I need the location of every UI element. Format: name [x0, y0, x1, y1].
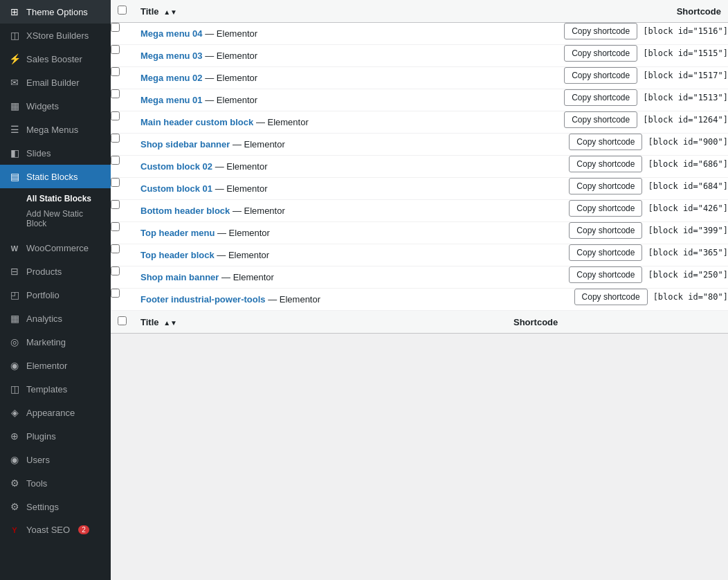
table-row: Shop main banner — ElementorEdit | Quick…	[111, 266, 728, 289]
copy-shortcode-button[interactable]: Copy shortcode	[564, 45, 637, 62]
row-title-link[interactable]: Custom block 02	[140, 161, 212, 172]
sidebar-item-label: Marketing	[26, 337, 66, 347]
row-checkbox-cell	[111, 89, 134, 111]
row-checkbox[interactable]	[111, 222, 120, 231]
sidebar-item-portfolio[interactable]: ◰ Portfolio	[0, 283, 111, 307]
sidebar-item-appearance[interactable]: ◈ Appearance	[0, 401, 111, 424]
row-shortcode-cell: Copy shortcode[block id="399"]	[507, 222, 728, 244]
static-blocks-icon: ▤	[8, 171, 21, 182]
sidebar-subitem-all-static-blocks[interactable]: All Static Blocks	[0, 191, 111, 206]
row-title-link[interactable]: Footer industrial-power-tools	[140, 294, 266, 305]
footer-title-col[interactable]: Title ▲▼	[134, 311, 507, 334]
row-title-link[interactable]: Top header menu	[140, 228, 215, 238]
sidebar-item-products[interactable]: ⊟ Products	[0, 260, 111, 283]
row-title-link[interactable]: Mega menu 01	[140, 95, 203, 105]
header-select-all-checkbox[interactable]	[118, 6, 127, 15]
sidebar-item-marketing[interactable]: ◎ Marketing	[0, 330, 111, 354]
row-checkbox[interactable]	[111, 67, 120, 76]
copy-shortcode-button[interactable]: Copy shortcode	[564, 67, 637, 84]
shortcode-value: [block id="80"]	[653, 292, 728, 302]
row-title-link[interactable]: Main header custom block	[140, 117, 253, 127]
row-checkbox[interactable]	[111, 200, 120, 209]
row-suffix: — Elementor	[230, 206, 284, 216]
sidebar-item-static-blocks[interactable]: ▤ Static Blocks	[0, 165, 111, 188]
sidebar-item-label: Mega Menus	[26, 125, 78, 135]
sidebar-item-xstore-builders[interactable]: ◫ XStore Builders	[0, 24, 111, 47]
templates-icon: ◫	[8, 383, 21, 395]
row-suffix: — Elementor	[203, 73, 257, 83]
row-title-link[interactable]: Top header block	[140, 250, 215, 260]
sidebar-item-theme-options[interactable]: ⊞ Theme Options	[0, 0, 111, 24]
row-checkbox[interactable]	[111, 134, 120, 143]
row-checkbox[interactable]	[111, 178, 120, 187]
copy-shortcode-button[interactable]: Copy shortcode	[569, 178, 642, 194]
sidebar-item-users[interactable]: ◉ Users	[0, 448, 111, 471]
row-checkbox[interactable]	[111, 289, 120, 298]
copy-shortcode-button[interactable]: Copy shortcode	[574, 289, 648, 305]
sidebar-subitem-add-new-static-block[interactable]: Add New Static Block	[0, 206, 111, 231]
copy-shortcode-button[interactable]: Copy shortcode	[569, 266, 642, 283]
header-checkbox-col	[111, 0, 134, 23]
sidebar-item-email-builder[interactable]: ✉ Email Builder	[0, 71, 111, 94]
content-area: Title ▲▼ Shortcode Mega menu 04 — Elemen…	[111, 0, 728, 334]
row-suffix: — Elementor	[266, 294, 320, 305]
row-suffix: — Elementor	[230, 139, 284, 149]
copy-shortcode-button[interactable]: Copy shortcode	[569, 200, 642, 217]
sidebar-item-slides[interactable]: ◧ Slides	[0, 141, 111, 165]
sidebar-item-templates[interactable]: ◫ Templates	[0, 377, 111, 401]
row-title-cell: Shop main banner — ElementorEdit | Quick…	[134, 266, 507, 289]
header-shortcode-label: Shortcode	[677, 6, 721, 17]
row-suffix: — Elementor	[253, 117, 308, 127]
copy-shortcode-button[interactable]: Copy shortcode	[564, 111, 637, 128]
row-title-link[interactable]: Bottom header block	[140, 206, 230, 216]
row-checkbox[interactable]	[111, 45, 120, 54]
sidebar-item-analytics[interactable]: ▦ Analytics	[0, 307, 111, 330]
sidebar-item-label: Products	[26, 266, 62, 277]
main-content: Title ▲▼ Shortcode Mega menu 04 — Elemen…	[111, 0, 728, 580]
row-title-link[interactable]: Mega menu 02	[140, 73, 203, 83]
sidebar-item-label: Sales Booster	[26, 54, 82, 64]
row-checkbox-cell	[111, 156, 134, 178]
sidebar-item-sales-booster[interactable]: ⚡ Sales Booster	[0, 47, 111, 71]
sidebar-item-widgets[interactable]: ▦ Widgets	[0, 94, 111, 118]
copy-shortcode-button[interactable]: Copy shortcode	[569, 244, 642, 261]
sidebar-item-label: Analytics	[26, 314, 62, 324]
footer-shortcode-label: Shortcode	[513, 317, 558, 327]
products-icon: ⊟	[8, 266, 21, 277]
sidebar-item-label: Slides	[26, 148, 51, 158]
row-checkbox-cell	[111, 111, 134, 134]
row-checkbox[interactable]	[111, 111, 120, 120]
row-title-link[interactable]: Mega menu 04	[140, 28, 203, 39]
mega-menus-icon: ☰	[8, 124, 21, 135]
sidebar-item-label: Widgets	[26, 101, 59, 111]
row-title-link[interactable]: Custom block 01	[140, 183, 212, 194]
copy-shortcode-button[interactable]: Copy shortcode	[564, 23, 637, 39]
row-title-link[interactable]: Shop main banner	[140, 272, 219, 282]
row-title-link[interactable]: Mega menu 03	[140, 51, 203, 61]
sidebar-item-elementor[interactable]: ◉ Elementor	[0, 354, 111, 377]
row-title-link[interactable]: Shop sidebar banner	[140, 139, 230, 149]
marketing-icon: ◎	[8, 336, 21, 347]
row-shortcode-cell: Copy shortcode[block id="250"]	[507, 266, 728, 289]
row-checkbox[interactable]	[111, 89, 120, 98]
row-checkbox[interactable]	[111, 266, 120, 275]
copy-shortcode-button[interactable]: Copy shortcode	[569, 222, 642, 239]
sidebar-item-settings[interactable]: ⚙ Settings	[0, 495, 111, 518]
footer-checkbox-col	[111, 311, 134, 334]
sidebar-item-yoast-seo[interactable]: Y Yoast SEO 2	[0, 518, 111, 541]
sidebar-item-mega-menus[interactable]: ☰ Mega Menus	[0, 118, 111, 141]
row-checkbox[interactable]	[111, 23, 120, 32]
footer-title-label: Title	[140, 317, 159, 327]
header-title-col[interactable]: Title ▲▼	[134, 0, 507, 23]
row-checkbox[interactable]	[111, 244, 120, 253]
footer-select-all-checkbox[interactable]	[118, 316, 127, 325]
sidebar-item-tools[interactable]: ⚙ Tools	[0, 471, 111, 495]
sidebar-item-woocommerce[interactable]: W WooCommerce	[0, 237, 111, 260]
row-title-cell: Shop sidebar banner — ElementorEdit | Qu…	[134, 134, 507, 156]
copy-shortcode-button[interactable]: Copy shortcode	[569, 156, 642, 172]
copy-shortcode-button[interactable]: Copy shortcode	[569, 134, 642, 150]
row-suffix: — Elementor	[212, 161, 267, 172]
row-checkbox[interactable]	[111, 156, 120, 165]
copy-shortcode-button[interactable]: Copy shortcode	[564, 89, 637, 106]
sidebar-item-plugins[interactable]: ⊕ Plugins	[0, 424, 111, 448]
